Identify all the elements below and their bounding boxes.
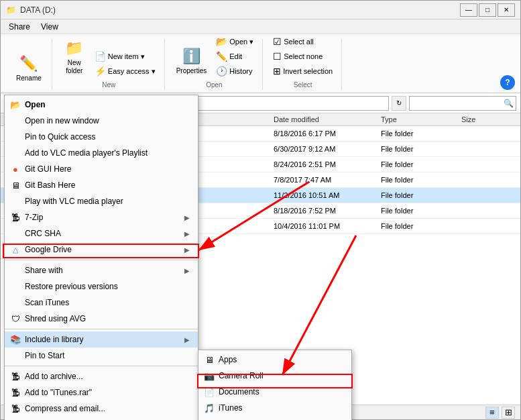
file-date: 8/18/2016 6:17 PM [274,129,381,138]
ctx-crc-sha[interactable]: CRC SHA ▶ [5,225,198,242]
minimize-button[interactable]: — [460,3,477,17]
ctx-library-icon: 📚 [10,334,21,345]
ctx-shred-avg[interactable]: 🛡 Shred using AVG [5,311,198,327]
ctx-git-bash[interactable]: 🖥 Git Bash Here [5,177,198,193]
sub-documents[interactable]: 📄 Documents [198,384,351,400]
ribbon-group-clipboard: ✏️ Rename [6,39,52,90]
ctx-compress-email[interactable]: 🗜 Compress and email... [5,401,198,417]
easy-access-button[interactable]: ⚡ Easy access ▾ [91,64,159,78]
easy-access-label: Easy access ▾ [108,67,156,76]
file-type: File folder [381,222,461,230]
context-menu: 📂 Open Open in new window Pin to Quick a… [4,95,198,420]
history-button[interactable]: 🕐 History [213,64,257,78]
invert-selection-label: Invert selection [283,67,333,75]
file-type: File folder [381,160,461,168]
ribbon-open-buttons: ℹ️ Properties 📂 Open ▾ ✏️ Edit 🕐 History [172,34,257,78]
open-icon: 📂 [216,36,227,47]
select-all-label: Select all [284,38,314,46]
ctx-library-arrow: ▶ [184,336,190,344]
search-icon: 🔍 [504,99,514,108]
ctx-avg-icon: 🛡 [10,313,21,324]
ctx-compress-itunes-email[interactable]: 🗜 Compress to "iTunes.rar" and email [5,417,198,420]
ribbon-group-new: 📁 Newfolder 📄 New item ▾ ⚡ Easy access ▾… [54,39,165,90]
edit-icon: ✏️ [216,51,227,62]
new-item-button[interactable]: 📄 New item ▾ [91,49,159,64]
ctx-git-gui-icon: ● [10,164,21,174]
ctx-7zip-arrow: ▶ [184,214,190,221]
ribbon-new-buttons: 📁 Newfolder 📄 New item ▾ ⚡ Easy access ▾ [59,34,159,78]
maximize-button[interactable]: □ [479,3,496,17]
submenu-library: 🖥 Apps 📷 Camera Roll 📄 Documents 🎵 iTune… [198,350,352,420]
ctx-add-vlc[interactable]: Add to VLC media player's Playlist [5,145,198,161]
menu-share[interactable]: Share [3,21,36,33]
invert-selection-button[interactable]: ⊞ Invert selection [270,64,336,78]
easy-access-icon: ⚡ [95,66,106,76]
file-date: 8/18/2016 7:52 PM [274,207,381,215]
ribbon-select-buttons: ☑ Select all ☐ Select none ⊞ Invert sele… [270,34,336,78]
view-icons-button[interactable]: ⊞ [502,407,515,419]
view-buttons: ≡ ⊞ [485,407,515,419]
ctx-sep3 [5,366,198,366]
ctx-itunes-rar-icon: 🗜 [10,387,21,398]
col-type[interactable]: Type [381,115,461,123]
file-explorer-window: 📁 DATA (D:) — □ ✕ Share View ✏️ Rename [0,0,521,420]
ctx-git-gui[interactable]: ● Git GUI Here [5,161,198,177]
ctx-pin-quick[interactable]: Pin to Quick access [5,129,198,145]
col-date[interactable]: Date modified [274,115,381,123]
menu-view[interactable]: View [36,21,64,33]
ctx-share-with[interactable]: Share with ▶ [5,262,198,278]
file-date: 8/24/2016 2:51 PM [274,160,381,168]
sub-apps[interactable]: 🖥 Apps [198,352,351,368]
rename-icon: ✏️ [18,53,40,74]
view-details-button[interactable]: ≡ [485,407,499,419]
edit-button[interactable]: ✏️ Edit [213,49,257,64]
ctx-7zip[interactable]: 🗜 7-Zip ▶ [5,209,198,225]
ctx-scan-itunes[interactable]: Scan iTunes [5,295,198,311]
file-type: File folder [381,129,461,138]
properties-label: Properties [176,67,207,75]
ctx-sep1 [5,260,198,260]
ctx-include-library[interactable]: 📚 Include in library ▶ [5,331,198,348]
ctx-compress-email-icon: 🗜 [10,403,21,414]
new-folder-button[interactable]: 📁 Newfolder [59,34,90,78]
ctx-open[interactable]: 📂 Open [5,97,198,113]
ribbon-open-label: Open [206,81,222,89]
ctx-play-vlc[interactable]: Play with VLC media player [5,193,198,209]
invert-selection-icon: ⊞ [273,66,281,76]
edit-label: Edit [229,52,242,60]
select-all-button[interactable]: ☑ Select all [270,34,336,49]
search-input[interactable] [409,96,516,111]
help-button[interactable]: ? [500,75,515,90]
ctx-pin-start[interactable]: Pin to Start [5,348,198,364]
sub-camera-roll[interactable]: 📷 Camera Roll [198,368,351,384]
properties-button[interactable]: ℹ️ Properties [172,42,212,78]
ribbon-group-select: ☑ Select all ☐ Select none ⊞ Invert sele… [264,39,342,90]
select-none-button[interactable]: ☐ Select none [270,49,336,64]
open-button[interactable]: 📂 Open ▾ [213,34,257,49]
ctx-open-new-window[interactable]: Open in new window [5,113,198,129]
properties-icon: ℹ️ [180,46,202,67]
select-all-icon: ☑ [273,36,282,47]
ctx-crc-arrow: ▶ [184,230,190,238]
sub-documents-icon: 📄 [204,386,215,397]
search-wrap: 🔍 [409,96,516,111]
ctx-add-itunes-rar[interactable]: 🗜 Add to "iTunes.rar" [5,384,198,401]
ctx-git-bash-icon: 🖥 [10,180,21,191]
sub-music[interactable]: ♪ Music [198,416,351,420]
ctx-google-drive[interactable]: △ Google Drive ▶ [5,242,198,258]
refresh-button[interactable]: ↻ [392,96,406,111]
col-size[interactable]: Size [461,115,515,123]
title-bar-left: 📁 DATA (D:) [6,5,56,15]
ctx-add-archive[interactable]: 🗜 Add to archive... [5,368,198,384]
select-none-label: Select none [284,52,323,60]
close-button[interactable]: ✕ [498,3,515,17]
open-small-col: 📂 Open ▾ ✏️ Edit 🕐 History [213,34,257,78]
ribbon-new-label: New [102,81,115,89]
ribbon-select-label: Select [294,81,312,89]
sub-itunes[interactable]: 🎵 iTunes [198,400,351,416]
file-type: File folder [381,191,461,199]
ctx-restore-prev[interactable]: Restore previous versions [5,278,198,295]
rename-button[interactable]: ✏️ Rename [11,50,46,86]
ctx-gdrive-arrow: ▶ [184,246,190,254]
new-item-icon: 📄 [95,51,106,62]
